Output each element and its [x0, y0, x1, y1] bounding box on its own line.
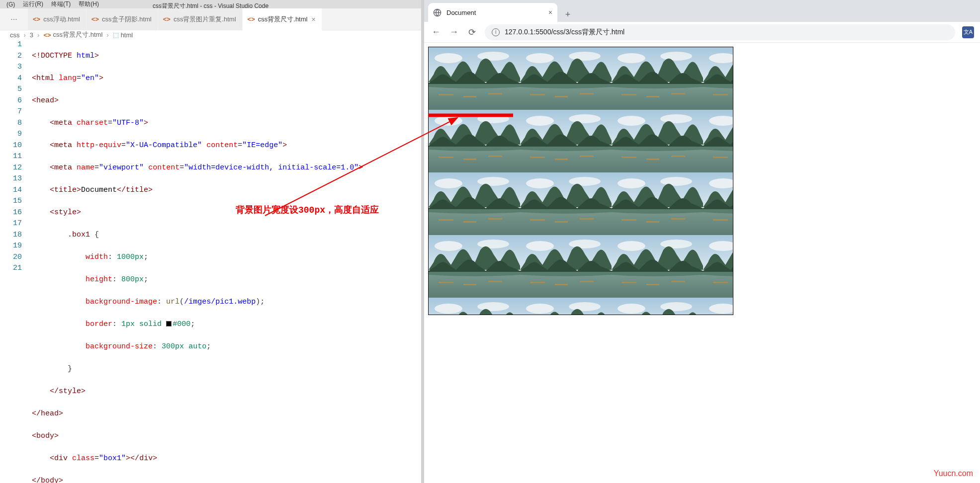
browser-tab-title: Document [446, 9, 476, 16]
watermark: Yuucn.com [934, 469, 973, 478]
tab-css-bgsize[interactable]: <>css背景尺寸.html× [243, 8, 322, 30]
close-icon[interactable]: × [311, 15, 315, 23]
browser-tab[interactable]: Document × [428, 3, 557, 22]
menu-run[interactable]: 运行(R) [19, 0, 47, 8]
svg-rect-62 [463, 221, 476, 223]
svg-point-3 [477, 52, 509, 61]
svg-rect-105 [671, 281, 685, 282]
menu-g[interactable]: (G) [2, 1, 19, 8]
browser-viewport [424, 43, 980, 483]
translate-extension-icon[interactable]: 文A [962, 26, 974, 38]
site-info-icon[interactable]: i [492, 28, 500, 36]
menubar: (G) 运行(R) 终端(T) 帮助(H) [0, 0, 421, 8]
svg-point-10 [569, 52, 601, 61]
svg-rect-34 [463, 159, 476, 160]
bg-tile [520, 172, 612, 235]
file-icon: <> [163, 15, 171, 23]
svg-rect-97 [555, 284, 568, 285]
svg-rect-63 [488, 218, 502, 220]
address-bar[interactable]: i 127.0.0.1:5500/css/3/css背景尺寸.html [485, 24, 955, 40]
svg-point-30 [435, 116, 462, 126]
svg-point-100 [618, 241, 645, 251]
svg-point-17 [660, 52, 692, 61]
svg-rect-75 [622, 219, 636, 221]
svg-rect-19 [622, 94, 636, 95]
svg-point-101 [660, 240, 692, 248]
line-gutter: 123456789101112131415161718192021 [0, 39, 32, 483]
forward-button[interactable]: → [446, 24, 462, 40]
svg-point-87 [477, 240, 509, 248]
svg-point-86 [435, 241, 462, 251]
bg-tile [429, 298, 520, 315]
annotation-text: 背景图片宽度设300px，高度自适应 [236, 205, 379, 216]
svg-point-114 [435, 304, 462, 314]
crumb-folder[interactable]: 3 [30, 31, 33, 39]
menu-help[interactable]: 帮助(H) [75, 0, 103, 8]
svg-point-44 [618, 116, 645, 126]
more-icon[interactable]: ··· [0, 15, 28, 24]
browser-toolbar: ← → ⟳ i 127.0.0.1:5500/css/3/css背景尺寸.htm… [424, 22, 980, 43]
svg-rect-33 [439, 157, 453, 158]
browser-tabstrip: Document × + [424, 0, 980, 22]
svg-rect-70 [580, 218, 594, 220]
svg-rect-90 [463, 284, 476, 285]
svg-point-65 [526, 178, 554, 188]
editor-tabs: ··· <>css浮动.html <>css盒子阴影.html <>css背景图… [0, 8, 421, 30]
tab-css-bgrepeat[interactable]: <>css背景图片重复.html [158, 8, 243, 30]
menu-terminal[interactable]: 终端(T) [47, 0, 75, 8]
crumb-symbol[interactable]: html [121, 31, 133, 39]
bg-tile [520, 298, 612, 315]
bg-tile [703, 47, 733, 110]
svg-point-122 [569, 302, 601, 311]
back-button[interactable]: ← [428, 24, 444, 40]
svg-rect-47 [622, 157, 636, 158]
svg-point-37 [526, 116, 554, 126]
svg-point-129 [660, 302, 692, 311]
bg-tile [520, 47, 612, 110]
code-content[interactable]: <!DOCTYPE html> <html lang="en"> <head> … [32, 39, 421, 483]
svg-point-93 [526, 241, 554, 251]
crumb-folder[interactable]: css [10, 31, 20, 39]
new-tab-button[interactable]: + [560, 7, 575, 22]
svg-rect-40 [530, 157, 545, 158]
svg-rect-20 [646, 96, 659, 97]
svg-rect-48 [646, 159, 659, 160]
browser-pane: Document × + ← → ⟳ i 127.0.0.1:5500/css/… [424, 0, 980, 483]
svg-point-16 [618, 53, 645, 63]
svg-rect-13 [555, 96, 568, 97]
svg-point-72 [618, 178, 645, 188]
demo-box [428, 47, 733, 315]
tab-label: css浮动.html [43, 15, 80, 24]
vscode-pane: (G) 运行(R) 终端(T) 帮助(H) css背景尺寸.html - css… [0, 0, 421, 483]
tab-css-float[interactable]: <>css浮动.html [28, 8, 87, 30]
svg-rect-96 [530, 282, 545, 283]
bg-tile [520, 235, 612, 298]
code-editor[interactable]: 123456789101112131415161718192021 <!DOCT… [0, 39, 421, 483]
svg-rect-5 [439, 94, 453, 95]
svg-rect-7 [488, 93, 502, 94]
file-icon: <> [248, 15, 255, 23]
svg-rect-49 [671, 156, 685, 157]
svg-rect-14 [580, 93, 594, 94]
crumb-file[interactable]: css背景尺寸.html [53, 30, 103, 39]
svg-point-115 [477, 302, 509, 311]
svg-point-66 [569, 177, 601, 186]
svg-point-121 [526, 304, 554, 314]
svg-rect-12 [530, 94, 545, 95]
svg-rect-21 [671, 93, 685, 94]
svg-point-94 [569, 240, 601, 248]
breadcrumb: css› 3› <> css背景尺寸.html› ⬚ html [0, 30, 421, 39]
svg-rect-42 [580, 156, 594, 157]
tab-css-shadow[interactable]: <>css盒子阴影.html [87, 8, 158, 30]
bg-tile [612, 110, 703, 172]
svg-point-59 [477, 177, 509, 186]
tab-label: css背景图片重复.html [174, 15, 236, 24]
svg-rect-104 [646, 284, 659, 285]
svg-rect-82 [713, 219, 728, 221]
svg-point-31 [477, 114, 509, 123]
close-icon[interactable]: × [548, 8, 552, 16]
svg-point-128 [618, 304, 645, 314]
reload-button[interactable]: ⟳ [464, 24, 480, 40]
app-root: (G) 运行(R) 终端(T) 帮助(H) css背景尺寸.html - css… [0, 0, 980, 483]
svg-rect-54 [713, 157, 728, 158]
